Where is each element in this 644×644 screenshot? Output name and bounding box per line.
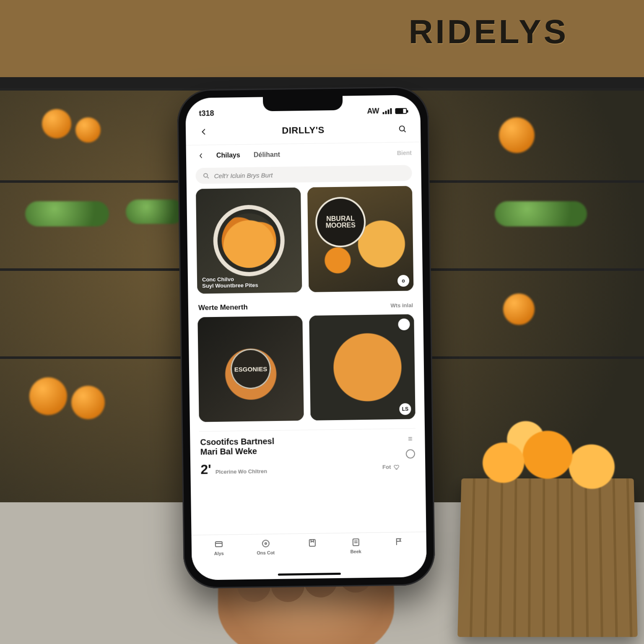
list-item-number: 2' xyxy=(200,462,211,477)
compass-icon xyxy=(260,538,270,548)
produce xyxy=(42,109,71,138)
section-header: Werte Menerth Wts inlal xyxy=(198,301,413,312)
svg-point-4 xyxy=(265,543,266,544)
produce xyxy=(126,200,184,224)
tab-primary[interactable]: Chilays xyxy=(212,149,244,162)
svg-point-3 xyxy=(262,540,269,547)
favorite-button[interactable]: Fot xyxy=(382,463,400,470)
status-carrier: AW xyxy=(367,107,379,116)
subnav-back[interactable] xyxy=(195,150,207,161)
more-icon[interactable]: ≡ xyxy=(408,434,413,443)
svg-rect-5 xyxy=(309,540,315,546)
secondary-row: ESGONIES LS xyxy=(197,314,415,422)
produce xyxy=(503,293,535,325)
select-toggle[interactable] xyxy=(406,449,415,458)
tab-secondary[interactable]: Délihant xyxy=(249,148,285,161)
signal-icon xyxy=(382,108,392,114)
tab-account[interactable] xyxy=(394,537,404,548)
card-image xyxy=(309,314,415,420)
battery-icon xyxy=(395,108,407,114)
featured-row: Conc Chilvo Suyl Wountbree Pites NBURAL … xyxy=(196,186,413,293)
produce-crate xyxy=(457,478,637,637)
search-input[interactable] xyxy=(214,169,405,179)
tab-browse[interactable]: Ons Cot xyxy=(257,538,275,556)
tab-bar: Alys Ons Cot Beek xyxy=(192,532,427,571)
list-item[interactable]: Csootifcs Bartnesl Mari Bal Weke 2' Plce… xyxy=(199,428,416,480)
view-all-link[interactable]: Wts inlal xyxy=(390,302,413,309)
produce xyxy=(25,201,109,226)
svg-point-1 xyxy=(204,174,208,177)
content-scroll[interactable]: Conc Chilvo Suyl Wountbree Pites NBURAL … xyxy=(187,186,426,535)
tab-more[interactable]: Bient xyxy=(397,149,412,156)
featured-card[interactable]: NBURAL MOORES o xyxy=(307,186,413,292)
produce xyxy=(29,377,67,415)
list-item-actions: ≡ xyxy=(405,434,415,458)
search-field[interactable] xyxy=(195,165,412,184)
section-title: Werte Menerth xyxy=(198,303,248,312)
flag-icon xyxy=(394,537,404,547)
featured-card[interactable]: Conc Chilvo Suyl Wountbree Pites xyxy=(196,187,302,293)
search-icon xyxy=(398,125,407,134)
tab-saved[interactable] xyxy=(307,538,317,550)
list-item-subtitle: Plcerine Wo Chltren xyxy=(216,468,267,475)
search-button[interactable] xyxy=(395,122,410,136)
status-time: t318 xyxy=(199,109,214,118)
produce xyxy=(499,117,535,153)
recipe-card[interactable]: ESGONIES xyxy=(197,316,304,422)
receipt-icon xyxy=(351,537,361,547)
phone-screen: t318 AW DIRLLY'S Chilays Délihant Bien xyxy=(185,95,427,580)
svg-rect-2 xyxy=(216,542,222,547)
recipe-card[interactable]: LS xyxy=(309,314,415,420)
arrow-left-icon xyxy=(199,127,208,136)
back-button[interactable] xyxy=(197,125,211,139)
produce xyxy=(75,117,101,143)
svg-point-0 xyxy=(400,126,405,131)
phone-frame: t318 AW DIRLLY'S Chilays Délihant Bien xyxy=(177,86,436,589)
bookmark-icon xyxy=(307,538,317,548)
search-icon xyxy=(202,172,210,179)
list-item-title: Csootifcs Bartnesl Mari Bal Weke xyxy=(200,435,400,457)
app-title: DIRLLY'S xyxy=(282,125,325,136)
tab-orders[interactable]: Beek xyxy=(350,537,361,554)
card-caption: Conc Chilvo Suyl Wountbree Pites xyxy=(202,275,297,289)
produce xyxy=(495,201,587,226)
produce xyxy=(71,386,105,419)
category-tabs: Chilays Délihant Bient xyxy=(186,142,421,166)
chevron-left-icon xyxy=(197,152,205,159)
app-header: DIRLLY'S xyxy=(186,117,421,145)
heart-icon xyxy=(393,463,400,470)
store-sign: RIDELYS xyxy=(409,13,569,51)
home-icon xyxy=(214,539,224,549)
notch xyxy=(263,96,343,112)
tab-home[interactable]: Alys xyxy=(214,539,224,556)
